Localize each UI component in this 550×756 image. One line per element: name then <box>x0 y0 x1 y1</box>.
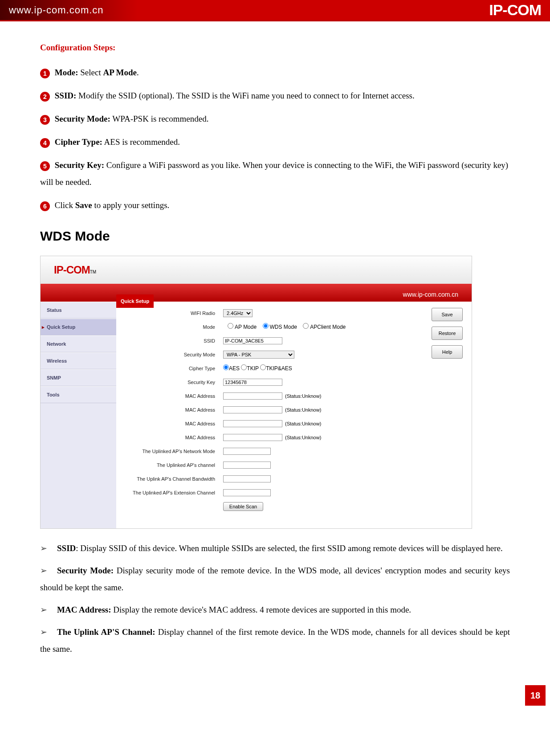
cipher-radio-tkip[interactable] <box>241 364 247 370</box>
sidebar-item-wireless[interactable]: Wireless <box>41 352 116 369</box>
restore-button[interactable]: Restore <box>432 327 463 340</box>
ui-main: Save Restore Help WIFI Radio 2.4GHz Mode… <box>116 302 472 528</box>
enable-scan-button[interactable]: Enable Scan <box>223 502 263 511</box>
ui-redbar: www.ip-com.com.cn Quick Setup <box>41 284 472 302</box>
secmode-select[interactable]: WPA - PSK <box>223 351 294 359</box>
step-5: 5 Security Key: Configure a WiFi passwor… <box>40 157 510 191</box>
step-text: Configure a WiFi password as you like. W… <box>40 160 508 187</box>
sidebar-item-status[interactable]: Status <box>41 302 116 319</box>
mode-label: Mode <box>125 322 223 332</box>
uplink-net-input[interactable] <box>223 448 271 455</box>
bullet-ssid: ➢SSID: Display SSID of this device. When… <box>40 540 510 557</box>
ui-header-url: www.ip-com.com.cn <box>403 288 458 301</box>
step-number-icon: 5 <box>40 161 50 171</box>
uplink-ch-input[interactable] <box>223 462 271 469</box>
step-6: 6 Click Save to apply your settings. <box>40 197 510 214</box>
triangle-right-icon: ➢ <box>40 566 47 575</box>
seckey-label: Security Key <box>125 377 223 387</box>
wds-heading: WDS Mode <box>40 223 510 249</box>
step-4: 4 Cipher Type: AES is recommended. <box>40 134 510 151</box>
mode-radio-ap[interactable] <box>228 323 233 329</box>
sidebar-item-snmp[interactable]: SNMP <box>41 369 116 386</box>
bullet-list: ➢SSID: Display SSID of this device. When… <box>40 540 510 658</box>
uplink-net-label: The Uplinked AP's Network Mode <box>125 448 223 454</box>
mac-label: MAC Address <box>125 391 223 401</box>
sidebar-item-quick-setup[interactable]: Quick Setup <box>41 319 116 335</box>
ssid-input[interactable] <box>223 337 282 344</box>
uplink-ext-label: The Uplinked AP's Extension Channel <box>125 490 223 496</box>
step-number-icon: 6 <box>40 201 50 211</box>
step-bold: Save <box>75 200 92 210</box>
bullet-secmode: ➢Security Mode: Display security mode of… <box>40 562 510 596</box>
triangle-right-icon: ➢ <box>40 544 47 553</box>
step-text: AES is recommended. <box>102 137 180 147</box>
uplink-ext-input[interactable] <box>223 489 271 496</box>
cipher-radio-tkipaes[interactable] <box>260 364 266 370</box>
step-label: SSID: <box>55 91 77 100</box>
bullet-uplink-channel: ➢The Uplink AP'S Channel: Display channe… <box>40 624 510 658</box>
step-text: Click <box>55 200 75 210</box>
step-after: to apply your settings. <box>92 200 170 210</box>
step-number-icon: 2 <box>40 92 50 102</box>
mac-input-1[interactable] <box>223 392 282 400</box>
section-title: Configuration Steps: <box>40 39 510 56</box>
wifi-radio-label: WIFI Radio <box>125 308 223 318</box>
wifi-radio-select[interactable]: 2.4GHz <box>223 309 253 317</box>
step-label: Security Key: <box>55 160 104 170</box>
page-number: 18 <box>525 685 546 706</box>
step-text: Select <box>78 68 103 77</box>
step-1: 1 Mode: Select AP Mode. <box>40 64 510 81</box>
mac-input-4[interactable] <box>223 434 282 441</box>
ui-logo: IP-COMTM <box>54 259 96 281</box>
step-text: WPA-PSK is recommended. <box>110 114 209 123</box>
embedded-ui-screenshot: IP-COMTM www.ip-com.com.cn Quick Setup S… <box>40 256 472 529</box>
page-content: Configuration Steps: 1 Mode: Select AP M… <box>0 21 550 672</box>
seckey-input[interactable] <box>223 379 282 386</box>
header-url: www.ip-com.com.cn <box>9 4 104 16</box>
mode-radio-wds[interactable] <box>263 323 269 329</box>
ui-sidebar: Status Quick Setup Network Wireless SNMP… <box>41 302 116 528</box>
ui-header: IP-COMTM <box>41 256 472 284</box>
top-bar: www.ip-com.com.cn IP-COM <box>0 0 550 21</box>
footer: 18 <box>0 672 550 711</box>
mode-radio-apclient[interactable] <box>303 323 309 329</box>
step-2: 2 SSID: Modify the SSID (optional). The … <box>40 87 510 104</box>
sidebar-item-network[interactable]: Network <box>41 335 116 352</box>
triangle-right-icon: ➢ <box>40 627 47 637</box>
step-number-icon: 4 <box>40 138 50 148</box>
uplink-bw-input[interactable] <box>223 475 271 482</box>
save-button[interactable]: Save <box>432 308 463 321</box>
step-label: Security Mode: <box>55 114 110 123</box>
bullet-mac: ➢MAC Address: Display the remote device'… <box>40 601 510 618</box>
step-bold: AP Mode <box>103 68 136 77</box>
mac-input-2[interactable] <box>223 406 282 413</box>
ssid-label: SSID <box>125 336 223 346</box>
header-logo: IP-COM <box>489 1 541 19</box>
mac-label: MAC Address <box>125 405 223 415</box>
step-number-icon: 1 <box>40 69 50 78</box>
step-text: Modify the SSID (optional). The SSID is … <box>76 91 414 100</box>
step-label: Cipher Type: <box>55 137 102 147</box>
triangle-right-icon: ➢ <box>40 605 47 614</box>
mac-label: MAC Address <box>125 433 223 442</box>
mac-label: MAC Address <box>125 419 223 429</box>
cipher-label: Cipher Type <box>125 364 223 373</box>
mac-input-3[interactable] <box>223 420 282 427</box>
uplink-ch-label: The Uplinked AP's channel <box>125 460 223 470</box>
step-after: . <box>137 68 139 77</box>
uplink-bw-label: The Uplink AP's Channel Bandwidth <box>125 476 223 482</box>
cipher-radio-aes[interactable] <box>223 364 229 370</box>
secmode-label: Security Mode <box>125 350 223 360</box>
sidebar-item-tools[interactable]: Tools <box>41 386 116 403</box>
help-button[interactable]: Help <box>432 345 463 359</box>
step-3: 3 Security Mode: WPA-PSK is recommended. <box>40 110 510 127</box>
step-number-icon: 3 <box>40 115 50 125</box>
step-label: Mode: <box>55 68 78 77</box>
